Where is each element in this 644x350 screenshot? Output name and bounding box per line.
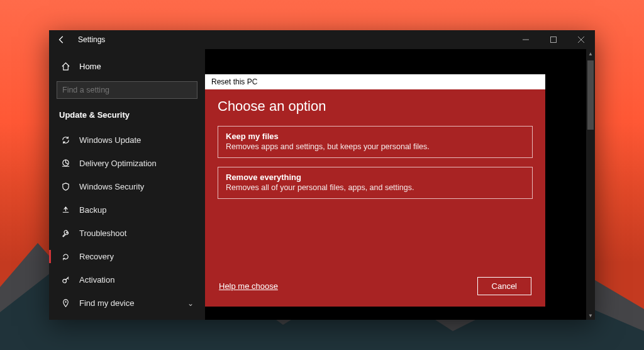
sidebar-item-find-my-device[interactable]: Find my device ⌄ — [49, 291, 205, 315]
sidebar-item-troubleshoot[interactable]: Troubleshoot — [49, 222, 205, 245]
sidebar-item-label: Delivery Optimization — [79, 159, 157, 168]
sidebar-section-title: Update & Security — [49, 108, 205, 128]
backup-icon — [60, 205, 70, 215]
sidebar-item-backup[interactable]: Backup — [49, 198, 205, 222]
option-desc: Removes apps and settings, but keeps you… — [226, 142, 525, 151]
sidebar-item-windows-security[interactable]: Windows Security — [49, 175, 205, 198]
sidebar-item-activation[interactable]: Activation — [49, 268, 205, 291]
option-title: Remove everything — [226, 172, 525, 182]
shield-icon — [60, 182, 70, 191]
sidebar: Home Update & Security Windows Update De — [49, 49, 205, 320]
option-keep-files[interactable]: Keep my files Removes apps and settings,… — [218, 126, 533, 158]
titlebar: Settings — [49, 30, 595, 49]
sidebar-item-delivery-optimization[interactable]: Delivery Optimization — [49, 152, 205, 175]
sidebar-item-recovery[interactable]: Recovery — [49, 245, 205, 268]
close-button[interactable] — [567, 30, 595, 49]
sidebar-item-label: Recovery — [79, 252, 114, 261]
sidebar-item-label: Activation — [79, 275, 114, 285]
delivery-icon — [60, 159, 70, 168]
maximize-button[interactable] — [540, 30, 567, 49]
chevron-down-icon: ⌄ — [187, 299, 194, 308]
key-icon — [60, 275, 70, 285]
recovery-icon — [60, 252, 70, 261]
back-button[interactable] — [49, 30, 74, 49]
wrench-icon — [60, 229, 70, 238]
settings-window: Settings Home Update & Securi — [49, 30, 595, 320]
home-icon — [60, 62, 70, 71]
reset-dialog: Reset this PC Choose an option Keep my f… — [205, 74, 545, 307]
window-title: Settings — [78, 35, 105, 44]
svg-point-4 — [65, 302, 66, 303]
sidebar-home[interactable]: Home — [49, 55, 205, 77]
search-input[interactable] — [57, 81, 197, 99]
sidebar-home-label: Home — [79, 62, 101, 71]
scrollbar[interactable]: ▲ ▼ — [586, 49, 595, 320]
cancel-button[interactable]: Cancel — [477, 277, 531, 295]
sidebar-item-label: Find my device — [79, 298, 134, 308]
scroll-up-icon[interactable]: ▲ — [586, 49, 595, 58]
content-area: Reset this PC Choose an option Keep my f… — [205, 49, 595, 320]
option-title: Keep my files — [226, 132, 525, 141]
option-desc: Removes all of your personal files, apps… — [226, 183, 525, 192]
sidebar-item-label: Windows Update — [79, 135, 141, 145]
sidebar-item-windows-update[interactable]: Windows Update — [49, 128, 205, 152]
minimize-button[interactable] — [512, 30, 540, 49]
scroll-down-icon[interactable]: ▼ — [586, 311, 595, 320]
location-icon — [60, 298, 70, 308]
sync-icon — [60, 135, 70, 145]
svg-rect-1 — [551, 37, 557, 43]
dialog-header: Reset this PC — [205, 74, 545, 89]
sidebar-item-label: Backup — [79, 205, 106, 215]
help-link[interactable]: Help me choose — [219, 281, 278, 291]
sidebar-item-label: Windows Security — [79, 182, 144, 191]
sidebar-item-label: Troubleshoot — [79, 229, 126, 238]
dialog-title: Choose an option — [218, 98, 533, 115]
option-remove-everything[interactable]: Remove everything Removes all of your pe… — [218, 167, 533, 199]
scrollbar-thumb[interactable] — [587, 60, 594, 130]
